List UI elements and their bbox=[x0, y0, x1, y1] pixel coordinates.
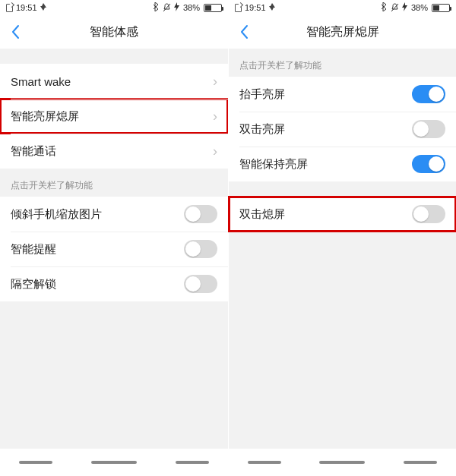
battery-icon bbox=[432, 4, 450, 12]
row-label: 倾斜手机缩放图片 bbox=[11, 207, 184, 222]
settings-list-2: 双击熄屏 bbox=[229, 197, 456, 232]
battery-icon bbox=[204, 4, 222, 12]
nav-recents-button[interactable] bbox=[176, 461, 209, 464]
row-label: 智能通话 bbox=[11, 144, 213, 159]
row-label: 双击熄屏 bbox=[239, 207, 412, 222]
toggle[interactable] bbox=[184, 240, 217, 258]
navbar bbox=[229, 449, 456, 476]
toggle[interactable] bbox=[412, 155, 445, 173]
row-label: 抬手亮屏 bbox=[239, 87, 412, 102]
charging-icon bbox=[174, 2, 179, 13]
chevron-right-icon: › bbox=[213, 74, 217, 88]
row-label: 智能亮屏熄屏 bbox=[11, 109, 213, 124]
section-hint: 点击开关栏了解功能 bbox=[0, 169, 228, 197]
nav-back-button[interactable] bbox=[19, 461, 52, 464]
settings-list-2: 倾斜手机缩放图片 智能提醒 隔空解锁 bbox=[0, 197, 228, 301]
sim-icon bbox=[6, 4, 13, 12]
row-label: 智能提醒 bbox=[11, 242, 184, 257]
bluetooth-icon bbox=[153, 2, 159, 13]
status-time: 19:51 bbox=[245, 3, 266, 12]
toggle[interactable] bbox=[184, 275, 217, 293]
nav-home-button[interactable] bbox=[91, 461, 137, 464]
phone-right: 19:51 38% 智能亮屏熄屏 点击开关栏了解功能 抬手亮屏 bbox=[228, 0, 456, 476]
row-keep-bright[interactable]: 智能保持亮屏 bbox=[229, 147, 456, 181]
battery-pct: 38% bbox=[183, 3, 200, 12]
row-doubletap-wake[interactable]: 双击亮屏 bbox=[229, 112, 456, 147]
toggle[interactable] bbox=[412, 85, 445, 103]
navbar bbox=[0, 449, 228, 476]
back-button[interactable] bbox=[0, 15, 30, 49]
page-title: 智能亮屏熄屏 bbox=[229, 24, 456, 40]
settings-list-1: Smart wake › 智能亮屏熄屏 › 智能通话 › bbox=[0, 64, 228, 169]
toggle[interactable] bbox=[184, 205, 217, 223]
nav-back-button[interactable] bbox=[248, 461, 281, 464]
row-label: Smart wake bbox=[11, 75, 213, 88]
toggle[interactable] bbox=[412, 205, 445, 223]
charging-icon bbox=[402, 2, 407, 13]
row-raise-wake[interactable]: 抬手亮屏 bbox=[229, 77, 456, 112]
row-label: 智能保持亮屏 bbox=[239, 157, 412, 172]
row-smart-remind[interactable]: 智能提醒 bbox=[0, 232, 228, 266]
page-title: 智能体感 bbox=[0, 24, 228, 40]
row-smart-call[interactable]: 智能通话 › bbox=[0, 134, 228, 169]
statusbar: 19:51 38% bbox=[229, 0, 456, 15]
chevron-right-icon: › bbox=[213, 144, 217, 158]
back-button[interactable] bbox=[229, 15, 259, 49]
statusbar: 19:51 38% bbox=[0, 0, 228, 15]
dnd-icon bbox=[269, 3, 275, 12]
silent-icon bbox=[163, 3, 170, 12]
header: 智能亮屏熄屏 bbox=[229, 15, 456, 49]
row-doubletap-off[interactable]: 双击熄屏 bbox=[229, 197, 456, 232]
row-label: 隔空解锁 bbox=[11, 277, 184, 292]
toggle[interactable] bbox=[412, 120, 445, 138]
phone-left: 19:51 38% 智能体感 Smart wake bbox=[0, 0, 228, 476]
bluetooth-icon bbox=[381, 2, 387, 13]
sim-icon bbox=[235, 4, 242, 12]
battery-pct: 38% bbox=[411, 3, 428, 12]
chevron-right-icon: › bbox=[213, 109, 217, 123]
settings-list-1: 抬手亮屏 双击亮屏 智能保持亮屏 bbox=[229, 77, 456, 181]
silent-icon bbox=[391, 3, 398, 12]
row-tilt-zoom[interactable]: 倾斜手机缩放图片 bbox=[0, 197, 228, 232]
header: 智能体感 bbox=[0, 15, 228, 49]
row-label: 双击亮屏 bbox=[239, 122, 412, 137]
nav-recents-button[interactable] bbox=[404, 461, 437, 464]
nav-home-button[interactable] bbox=[319, 461, 365, 464]
status-time: 19:51 bbox=[16, 3, 37, 12]
row-air-unlock[interactable]: 隔空解锁 bbox=[0, 266, 228, 301]
dnd-icon bbox=[40, 3, 46, 12]
section-hint: 点击开关栏了解功能 bbox=[229, 49, 456, 77]
row-smart-bright-off[interactable]: 智能亮屏熄屏 › bbox=[0, 99, 228, 134]
row-smart-wake[interactable]: Smart wake › bbox=[0, 64, 228, 99]
